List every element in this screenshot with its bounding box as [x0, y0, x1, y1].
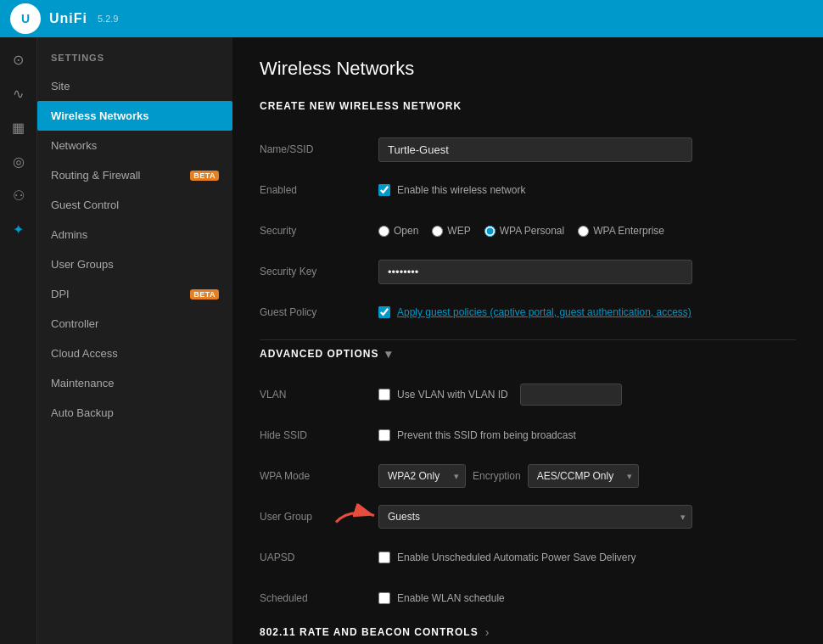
wpa-mode-control: WPA2 Only WPA/WPA2 Encryption AES/CCMP O… [378, 464, 796, 488]
wpa-mode-label: WPA Mode [260, 470, 378, 482]
main-layout: ⊙ ∿ ▦ ◎ ⚇ ✦ SETTINGS Site Wireless Netwo… [0, 37, 823, 644]
user-group-select-wrap: Guests Default Custom [378, 505, 692, 529]
sidebar-item-auto-backup[interactable]: Auto Backup [37, 398, 232, 428]
name-ssid-input[interactable] [378, 137, 692, 162]
sidebar-item-controller[interactable]: Controller [37, 309, 232, 339]
sidebar-item-guest-control[interactable]: Guest Control [37, 190, 232, 220]
wpa-mode-select[interactable]: WPA2 Only WPA/WPA2 [378, 464, 466, 488]
hide-ssid-checkbox[interactable] [378, 429, 390, 441]
security-key-row: Security Key [260, 258, 796, 285]
security-label: Security [260, 225, 378, 237]
nav-devices[interactable]: ◎ [5, 148, 32, 175]
rate-controls-row[interactable]: 802.11 RATE AND BEACON CONTROLS › [260, 625, 796, 639]
hide-ssid-checkbox-label: Prevent this SSID from being broadcast [397, 429, 576, 441]
vlan-id-input[interactable] [520, 384, 622, 406]
enabled-label: Enabled [260, 184, 378, 196]
sidebar-item-user-groups[interactable]: User Groups [37, 249, 232, 279]
sidebar-item-dpi[interactable]: DPI BETA [37, 279, 232, 309]
user-group-label: User Group [260, 511, 378, 523]
security-key-label: Security Key [260, 266, 378, 277]
guest-policy-checkbox-wrap[interactable]: Apply guest policies (captive portal, gu… [378, 306, 691, 318]
uapsd-checkbox-wrap[interactable]: Enable Unscheduled Automatic Power Save … [378, 552, 635, 563]
security-wep-radio[interactable]: WEP [432, 225, 470, 237]
scheduled-row: Scheduled Enable WLAN schedule [260, 585, 796, 612]
icon-bar: ⊙ ∿ ▦ ◎ ⚇ ✦ [0, 37, 37, 644]
sidebar-item-wireless-networks[interactable]: Wireless Networks [37, 101, 232, 131]
enabled-checkbox[interactable] [378, 184, 390, 196]
uapsd-control: Enable Unscheduled Automatic Power Save … [378, 552, 796, 563]
advanced-options-chevron: ▾ [385, 347, 392, 361]
scheduled-control: Enable WLAN schedule [378, 592, 796, 604]
enabled-row: Enabled Enable this wireless network [260, 176, 796, 204]
scheduled-checkbox[interactable] [378, 592, 390, 604]
wpa-mode-row: WPA Mode WPA2 Only WPA/WPA2 Encryption A… [260, 462, 796, 490]
vlan-control: Use VLAN with VLAN ID [378, 384, 796, 406]
security-row: Security Open WEP WPA Personal [260, 217, 796, 244]
scheduled-label: Scheduled [260, 592, 378, 604]
rate-controls-label: 802.11 RATE AND BEACON CONTROLS [260, 626, 479, 638]
user-group-row: User Group Guests [260, 503, 796, 530]
uapsd-checkbox[interactable] [378, 552, 390, 563]
security-open-radio[interactable]: Open [378, 225, 418, 237]
guest-policy-control: Apply guest policies (captive portal, gu… [378, 306, 796, 318]
topbar: U UniFi 5.2.9 [0, 0, 823, 37]
user-group-select[interactable]: Guests Default Custom [378, 505, 692, 529]
nav-users[interactable]: ⚇ [5, 182, 32, 209]
sidebar-item-site[interactable]: Site [37, 71, 232, 101]
nav-dashboard[interactable]: ⊙ [5, 46, 32, 73]
rate-controls-chevron: › [485, 625, 490, 639]
enabled-checkbox-label: Enable this wireless network [397, 184, 525, 196]
enabled-control: Enable this wireless network [378, 184, 796, 196]
nav-map[interactable]: ▦ [5, 114, 32, 141]
security-radio-group: Open WEP WPA Personal WPA Enterprise [378, 225, 664, 237]
guest-policy-checkbox[interactable] [378, 306, 390, 318]
topbar-brand: UniFi [49, 11, 87, 26]
scheduled-checkbox-wrap[interactable]: Enable WLAN schedule [378, 592, 505, 604]
hide-ssid-row: Hide SSID Prevent this SSID from being b… [260, 422, 796, 449]
uapsd-checkbox-label: Enable Unscheduled Automatic Power Save … [397, 552, 635, 563]
security-wpa-personal-radio[interactable]: WPA Personal [484, 225, 564, 237]
encryption-select[interactable]: AES/CCMP Only TKIP Auto [528, 464, 639, 488]
wpa-mode-select-wrap: WPA2 Only WPA/WPA2 [378, 464, 466, 488]
hide-ssid-control: Prevent this SSID from being broadcast [378, 429, 796, 441]
encryption-label: Encryption [473, 470, 521, 482]
sidebar-item-maintenance[interactable]: Maintenance [37, 368, 232, 398]
security-control: Open WEP WPA Personal WPA Enterprise [378, 225, 796, 237]
vlan-checkbox[interactable] [378, 389, 390, 400]
hide-ssid-label: Hide SSID [260, 429, 378, 441]
user-group-control: Guests Default Custom [378, 505, 796, 529]
guest-policy-label: Guest Policy [260, 306, 378, 318]
sidebar-header: SETTINGS [37, 37, 232, 71]
guest-policy-checkbox-label: Apply guest policies (captive portal, gu… [397, 306, 691, 318]
vlan-label: VLAN [260, 389, 378, 400]
scheduled-checkbox-label: Enable WLAN schedule [397, 592, 505, 604]
page-title: Wireless Networks [260, 58, 796, 80]
sidebar-item-admins[interactable]: Admins [37, 220, 232, 249]
topbar-version: 5.2.9 [98, 14, 118, 24]
advanced-options-toggle[interactable]: ADVANCED OPTIONS ▾ [260, 339, 796, 367]
guest-policy-row: Guest Policy Apply guest policies (capti… [260, 299, 796, 326]
enabled-checkbox-wrap[interactable]: Enable this wireless network [378, 184, 525, 196]
content-area: Wireless Networks CREATE NEW WIRELESS NE… [232, 37, 823, 644]
topbar-logo: U [10, 3, 41, 34]
encryption-select-wrap: AES/CCMP Only TKIP Auto [528, 464, 639, 488]
sidebar-item-routing-firewall[interactable]: Routing & Firewall BETA [37, 160, 232, 190]
dpi-beta-badge: BETA [190, 289, 219, 300]
vlan-checkbox-label: Use VLAN with VLAN ID [397, 389, 508, 400]
sidebar-item-cloud-access[interactable]: Cloud Access [37, 339, 232, 368]
name-ssid-control [378, 137, 796, 162]
hide-ssid-checkbox-wrap[interactable]: Prevent this SSID from being broadcast [378, 429, 576, 441]
sidebar: SETTINGS Site Wireless Networks Networks… [37, 37, 232, 644]
name-ssid-row: Name/SSID [260, 136, 796, 163]
vlan-checkbox-wrap[interactable]: Use VLAN with VLAN ID [378, 389, 508, 400]
security-wpa-enterprise-radio[interactable]: WPA Enterprise [578, 225, 664, 237]
nav-settings[interactable]: ✦ [5, 216, 32, 243]
name-ssid-label: Name/SSID [260, 143, 378, 155]
vlan-row: VLAN Use VLAN with VLAN ID [260, 381, 796, 408]
security-key-input[interactable] [378, 260, 692, 284]
advanced-options-label: ADVANCED OPTIONS [260, 348, 378, 360]
sidebar-item-networks[interactable]: Networks [37, 131, 232, 160]
routing-firewall-beta-badge: BETA [190, 171, 219, 181]
uapsd-label: UAPSD [260, 552, 378, 563]
nav-activity[interactable]: ∿ [5, 80, 32, 107]
